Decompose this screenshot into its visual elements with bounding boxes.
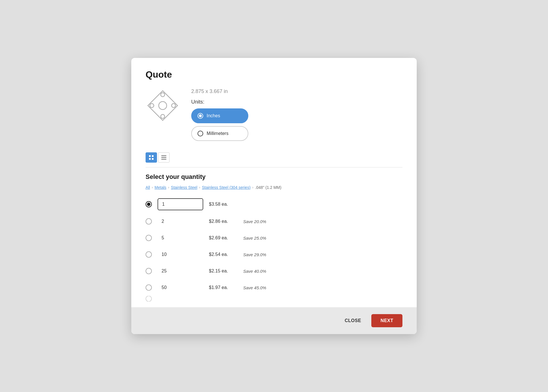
modal-body: Quote 2.875 x 3.667 in Units: bbox=[131, 58, 417, 307]
price-3: $2.69 ea. bbox=[209, 235, 237, 241]
qty-6: 50 bbox=[158, 282, 203, 293]
quantity-row-1: $3.58 ea. bbox=[146, 195, 402, 213]
svg-point-4 bbox=[161, 114, 165, 118]
qty-5: 25 bbox=[158, 266, 203, 276]
save-2: Save 20.0% bbox=[243, 219, 266, 224]
price-2: $2.86 ea. bbox=[209, 219, 237, 224]
quantity-row-7-partial bbox=[146, 296, 402, 302]
product-info: 2.875 x 3.667 in Units: Inches Millimete… bbox=[191, 88, 402, 144]
qty-radio-5[interactable] bbox=[146, 268, 152, 274]
product-image bbox=[146, 88, 180, 124]
save-6: Save 45.0% bbox=[243, 285, 266, 290]
price-6: $1.97 ea. bbox=[209, 285, 237, 290]
inches-label: Inches bbox=[207, 113, 220, 118]
price-5: $2.15 ea. bbox=[209, 268, 237, 274]
quantity-row-2: 2 $2.86 ea. Save 20.0% bbox=[146, 213, 402, 230]
millimeters-radio-button[interactable]: Millimeters bbox=[191, 126, 248, 141]
product-header: 2.875 x 3.667 in Units: Inches Millimete… bbox=[146, 88, 402, 144]
breadcrumb-all[interactable]: All bbox=[146, 185, 150, 190]
view-toggle-bar bbox=[146, 152, 402, 167]
inches-radio-indicator bbox=[198, 113, 203, 119]
quantity-section-title: Select your quantity bbox=[146, 173, 402, 181]
svg-point-2 bbox=[161, 93, 165, 97]
breadcrumb-304-series[interactable]: Stainless Steel (304 series) bbox=[202, 185, 250, 190]
svg-rect-12 bbox=[161, 159, 166, 159]
svg-point-1 bbox=[159, 102, 167, 110]
breadcrumb: All › Metals › Stainless Steel › Stainle… bbox=[146, 185, 402, 190]
svg-rect-9 bbox=[152, 158, 154, 160]
unit-option-inches[interactable]: Inches bbox=[191, 108, 402, 123]
grid-view-button[interactable] bbox=[146, 152, 157, 163]
breadcrumb-sep-1: › bbox=[152, 185, 153, 189]
millimeters-label: Millimeters bbox=[207, 131, 228, 136]
list-icon bbox=[161, 155, 166, 159]
qty-7 bbox=[158, 296, 203, 302]
breadcrumb-current: .048" (1.2 MM) bbox=[255, 185, 281, 190]
units-label: Units: bbox=[191, 99, 402, 105]
breadcrumb-stainless-steel[interactable]: Stainless Steel bbox=[171, 185, 198, 190]
list-view-button[interactable] bbox=[158, 152, 170, 163]
quantity-list: $3.58 ea. 2 $2.86 ea. Save 20.0% 5 $2.69… bbox=[146, 195, 402, 302]
qty-radio-7[interactable] bbox=[146, 296, 152, 302]
qty-radio-6[interactable] bbox=[146, 284, 152, 291]
qty-radio-1[interactable] bbox=[146, 201, 152, 207]
millimeters-radio-indicator bbox=[198, 131, 203, 136]
svg-marker-0 bbox=[148, 91, 178, 120]
inches-radio-button[interactable]: Inches bbox=[191, 108, 248, 123]
svg-rect-11 bbox=[161, 157, 166, 158]
quantity-row-3: 5 $2.69 ea. Save 25.0% bbox=[146, 230, 402, 246]
save-4: Save 29.0% bbox=[243, 252, 266, 257]
svg-rect-7 bbox=[152, 155, 154, 157]
qty-radio-3[interactable] bbox=[146, 235, 152, 241]
svg-rect-10 bbox=[161, 155, 166, 156]
qty-2: 2 bbox=[158, 216, 203, 227]
breadcrumb-sep-3: › bbox=[199, 185, 200, 189]
unit-option-millimeters[interactable]: Millimeters bbox=[191, 126, 402, 141]
quote-modal: Quote 2.875 x 3.667 in Units: bbox=[131, 58, 417, 334]
svg-rect-8 bbox=[149, 158, 151, 160]
quantity-row-4: 10 $2.54 ea. Save 29.0% bbox=[146, 246, 402, 263]
next-button[interactable]: NEXT bbox=[371, 314, 402, 327]
modal-footer: CLOSE NEXT bbox=[131, 307, 417, 334]
price-1: $3.58 ea. bbox=[209, 202, 237, 207]
price-4: $2.54 ea. bbox=[209, 252, 237, 257]
qty-radio-4[interactable] bbox=[146, 251, 152, 258]
grid-icon bbox=[149, 155, 154, 160]
qty-4: 10 bbox=[158, 249, 203, 260]
svg-point-5 bbox=[150, 104, 154, 108]
breadcrumb-sep-4: › bbox=[252, 185, 253, 189]
qty-3: 5 bbox=[158, 233, 203, 243]
svg-rect-6 bbox=[149, 155, 151, 157]
product-thumbnail-icon bbox=[146, 88, 180, 123]
product-dimensions: 2.875 x 3.667 in bbox=[191, 88, 402, 94]
quantity-row-6: 50 $1.97 ea. Save 45.0% bbox=[146, 279, 402, 296]
page-title: Quote bbox=[146, 69, 402, 80]
breadcrumb-metals[interactable]: Metals bbox=[155, 185, 166, 190]
close-button[interactable]: CLOSE bbox=[339, 315, 367, 327]
save-5: Save 40.0% bbox=[243, 269, 266, 274]
save-3: Save 25.0% bbox=[243, 236, 266, 241]
breadcrumb-sep-2: › bbox=[168, 185, 169, 189]
section-divider bbox=[146, 167, 402, 167]
quantity-row-5: 25 $2.15 ea. Save 40.0% bbox=[146, 263, 402, 279]
svg-point-3 bbox=[172, 104, 176, 108]
qty-radio-2[interactable] bbox=[146, 218, 152, 225]
quantity-input[interactable] bbox=[158, 198, 203, 210]
